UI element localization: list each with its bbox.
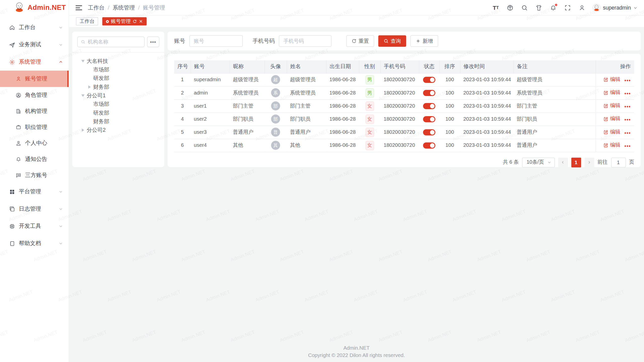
breadcrumb-item[interactable]: 工作台 [88,4,104,11]
column-header: 头像 [264,60,287,73]
search-button[interactable]: 查询 [378,35,406,47]
cell-gender: 男 [359,73,380,86]
page-size-select[interactable]: 10条/页 [522,157,555,167]
row-more-button[interactable]: ••• [624,117,631,123]
breadcrumb-item[interactable]: 系统管理 [113,4,135,11]
user-menu[interactable]: superadmin [593,4,637,12]
theme-icon[interactable] [535,4,542,11]
tree-caret-icon[interactable] [80,94,86,97]
sidebar-item-help-docs[interactable]: 帮助文档 [0,235,69,252]
edit-button[interactable]: 编辑 [603,102,620,109]
notification-icon[interactable] [550,4,557,11]
cell-avatar: 普 [264,126,287,139]
sidebar-subitem-notice[interactable]: 通知公告 [0,151,69,167]
cell-account: admin [191,86,230,99]
sidebar-item-logs[interactable]: 日志管理 [0,200,69,218]
avatar: 普 [271,128,280,137]
tree-node[interactable]: 分公司1 [77,91,159,100]
search-icon[interactable] [521,4,528,11]
row-more-button[interactable]: ••• [624,130,631,136]
total-count: 共 6 条 [503,159,519,166]
status-toggle[interactable] [423,129,435,135]
cell-sort: 100 [439,99,460,112]
cell-remark: 普通用户 [513,126,596,139]
sidebar-item-business-test[interactable]: 业务测试 [0,36,69,54]
sidebar-item-label: 开发工具 [19,222,41,230]
edit-button[interactable]: 编辑 [603,89,620,96]
cell-modified-time: 2023-01-03 10:59:44 [460,99,513,112]
cell-nickname: 超级管理员 [230,73,265,86]
row-more-button[interactable]: ••• [624,77,631,83]
table-row: 5user3普通用户普普通用户1986-06-28女18020030720100… [174,126,634,139]
edit-button[interactable]: 编辑 [603,128,620,135]
table-header-row: 序号账号昵称头像姓名出生日期性别手机号码状态排序修改时间备注操作 [174,60,634,73]
chevron-down-icon [59,207,63,211]
account-filter-input[interactable] [189,35,243,47]
search-icon [81,39,85,44]
edit-button[interactable]: 编辑 [603,76,620,83]
row-more-button[interactable]: ••• [624,104,631,110]
status-toggle[interactable] [423,103,435,109]
prev-page-button[interactable] [558,157,568,167]
tree-caret-icon[interactable] [80,60,86,62]
edit-button[interactable]: 编辑 [603,142,620,149]
sidebar-subitem-position[interactable]: 职位管理 [0,119,69,135]
tree-node[interactable]: 分公司2 [77,126,159,134]
logo[interactable]: Admin.NET [0,0,69,16]
reset-button[interactable]: 重置 [346,35,374,47]
column-header: 出生日期 [326,60,359,73]
accounts-table: 序号账号昵称头像姓名出生日期性别手机号码状态排序修改时间备注操作 1supera… [174,60,634,152]
status-toggle[interactable] [423,90,435,96]
collapse-menu-icon[interactable] [75,5,82,10]
gender-tag: 男 [365,88,374,98]
divider [72,52,164,53]
tree-node[interactable]: 研发部 [77,74,159,82]
row-more-button[interactable]: ••• [624,90,631,96]
close-icon[interactable] [139,19,143,23]
org-more-button[interactable]: ••• [147,36,159,47]
font-size-icon[interactable]: TT [492,4,499,11]
cell-account: user4 [191,139,230,152]
sidebar-subitem-third-account[interactable]: 三方账号 [0,167,69,183]
tree-node[interactable]: 财务部 [77,82,159,91]
profile-icon[interactable] [578,4,586,11]
phone-filter-input[interactable] [279,35,332,47]
table-row: 3user1部门主管部部门主管1986-06-28女18020030720100… [174,99,634,112]
status-toggle[interactable] [423,142,435,148]
refresh-icon[interactable] [133,19,137,23]
current-page-button[interactable]: 1 [571,157,581,167]
cell-account: user3 [191,126,230,139]
add-button[interactable]: 新增 [410,35,438,47]
tree-node[interactable]: 市场部 [77,100,159,108]
fullscreen-icon[interactable] [564,4,571,11]
tree-caret-icon[interactable] [80,128,86,131]
org-search-input[interactable] [88,39,141,45]
cell-avatar: 系 [264,86,287,99]
sidebar-item-platform[interactable]: 平台管理 [0,183,69,200]
sidebar-subitem-org[interactable]: 机构管理 [0,103,69,119]
tree-caret-icon[interactable] [87,85,92,88]
role-icon [16,92,21,98]
edit-button[interactable]: 编辑 [603,115,620,122]
sidebar-item-label: 工作台 [19,24,35,31]
row-more-button[interactable]: ••• [624,143,631,149]
tree-node[interactable]: 财务部 [77,117,159,125]
status-toggle[interactable] [423,116,435,122]
sidebar-subitem-role[interactable]: 角色管理 [0,87,69,103]
tree-node[interactable]: 市场部 [77,65,159,74]
sidebar-subitem-personal[interactable]: 个人中心 [0,135,69,151]
sidebar-item-workbench[interactable]: 工作台 [0,19,69,36]
sidebar-item-system[interactable]: 系统管理 [0,53,69,71]
next-page-button[interactable] [584,157,594,167]
tab-workbench[interactable]: 工作台 [76,17,98,26]
goto-page-input[interactable] [611,157,626,167]
sidebar-subitem-account[interactable]: 账号管理 [0,71,69,87]
tree-node[interactable]: 研发部 [77,108,159,117]
status-toggle[interactable] [423,77,435,83]
language-icon[interactable] [506,4,514,11]
tree-node-label: 市场部 [93,66,109,73]
tab-account-management[interactable]: 账号管理 [102,17,147,26]
cell-modified-time: 2023-01-03 10:59:44 [460,139,513,152]
sidebar-item-devtools[interactable]: 开发工具 [0,217,69,235]
tree-node[interactable]: 大名科技 [77,57,159,65]
